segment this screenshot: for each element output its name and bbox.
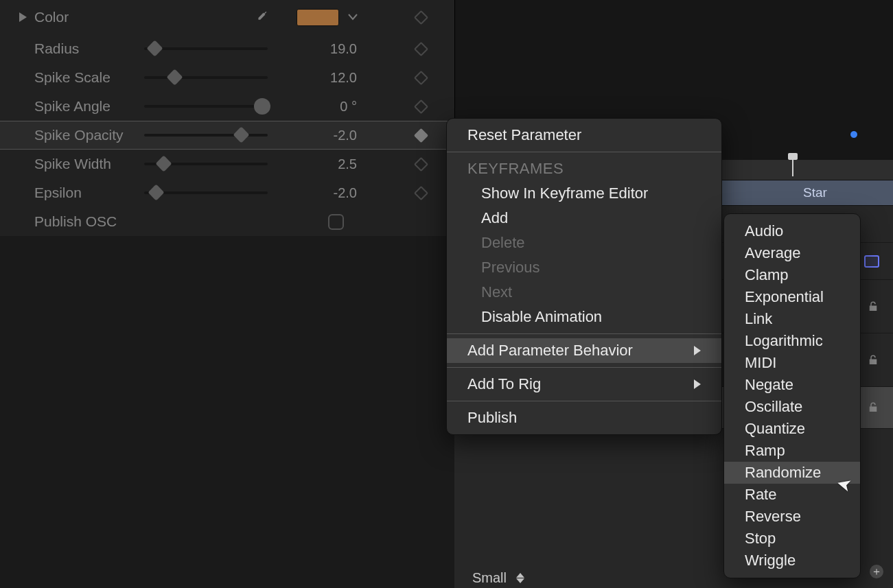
param-label: Radius (34, 40, 79, 57)
keyframe-diamond[interactable] (414, 185, 428, 200)
lock-icon[interactable] (867, 401, 879, 414)
lock-icon[interactable] (867, 354, 879, 366)
slider-thumb-icon[interactable] (148, 184, 164, 200)
submenu-arrow-icon (694, 379, 701, 389)
keyframe-node-icon[interactable] (850, 130, 858, 139)
param-label: Spike Angle (34, 98, 111, 115)
menu-item-show-in-keyframe-editor[interactable]: Show In Keyframe Editor (447, 181, 721, 206)
submenu-item[interactable]: Oscillate (724, 396, 860, 418)
submenu-item[interactable]: Quantize (724, 418, 860, 440)
keyframe-diamond[interactable] (414, 128, 428, 142)
param-row: Epsilon-2.0 (0, 178, 455, 207)
row-size-popup[interactable]: Small (472, 570, 524, 586)
menu-separator (447, 152, 721, 152)
menu-item-add-to-rig[interactable]: Add To Rig (447, 372, 721, 397)
param-row: Spike Angle0 ° (0, 92, 455, 121)
param-row: Spike Opacity-2.0 (0, 121, 455, 150)
menu-item-disable-animation[interactable]: Disable Animation (447, 305, 721, 329)
submenu-item[interactable]: MIDI (724, 352, 860, 374)
submenu-item[interactable]: Logarithmic (724, 330, 860, 352)
keyframe-diamond[interactable] (414, 41, 428, 56)
submenu-item[interactable]: Average (724, 242, 860, 264)
behavior-submenu: AudioAverageClampExponentialLinkLogarith… (723, 213, 861, 578)
eyedropper-icon[interactable] (254, 10, 269, 25)
menu-item-add-keyframe[interactable]: Add (447, 206, 721, 231)
param-row-publish-osc: Publish OSC (0, 207, 455, 236)
disclosure-triangle-icon[interactable] (19, 12, 27, 22)
publish-osc-checkbox[interactable] (328, 214, 344, 230)
slider[interactable] (144, 134, 268, 137)
angle-dial[interactable] (144, 105, 268, 108)
keyframe-diamond[interactable] (414, 99, 428, 113)
playhead-icon[interactable] (792, 158, 793, 176)
param-row: Radius19.0 (0, 34, 455, 63)
lock-icon[interactable] (867, 301, 879, 313)
param-label: Color (34, 9, 69, 25)
track-clip-label: Star (803, 185, 827, 200)
param-rows-container: Radius19.0Spike Scale12.0Spike Angle0 °S… (0, 34, 455, 207)
menu-item-publish[interactable]: Publish (447, 405, 721, 430)
menu-item-reset-parameter[interactable]: Reset Parameter (447, 123, 721, 148)
param-label: Spike Width (34, 156, 111, 172)
chevron-down-icon[interactable] (347, 12, 358, 23)
submenu-item[interactable]: Link (724, 308, 860, 330)
submenu-item[interactable]: Negate (724, 374, 860, 396)
param-value[interactable]: -2.0 (288, 185, 357, 201)
submenu-item[interactable]: Reverse (724, 506, 860, 528)
menu-item-add-parameter-behavior[interactable]: Add Parameter Behavior (447, 338, 721, 363)
param-value[interactable]: 0 ° (288, 99, 357, 115)
color-swatch[interactable] (297, 9, 339, 26)
submenu-item[interactable]: Audio (724, 220, 860, 242)
inspector-panel: Color Radius19.0Spike Scale12.0Spike Ang… (0, 0, 455, 236)
menu-separator (447, 367, 721, 368)
keyframe-diamond[interactable] (414, 10, 428, 24)
row-highlight-icon (864, 255, 879, 268)
param-value[interactable]: 12.0 (288, 70, 357, 86)
slider[interactable] (144, 47, 268, 50)
parameter-context-menu: Reset Parameter KEYFRAMES Show In Keyfra… (446, 118, 722, 435)
param-label: Publish OSC (34, 213, 117, 230)
param-row: Spike Width2.5 (0, 150, 455, 178)
slider-thumb-icon[interactable] (147, 40, 163, 56)
submenu-item[interactable]: Ramp (724, 440, 860, 462)
slider[interactable] (144, 191, 268, 194)
dial-knob-icon[interactable] (254, 98, 270, 115)
menu-item-next-keyframe: Next (447, 280, 721, 305)
add-button[interactable]: ＋ (870, 565, 883, 578)
stepper-icon[interactable] (516, 573, 524, 583)
keyframe-diamond[interactable] (414, 70, 428, 84)
menu-header-keyframes: KEYFRAMES (447, 156, 721, 181)
submenu-item[interactable]: Stop (724, 528, 860, 550)
param-label: Spike Scale (34, 69, 111, 86)
submenu-item[interactable]: Clamp (724, 264, 860, 286)
slider-thumb-icon[interactable] (233, 126, 250, 143)
param-label: Epsilon (34, 185, 82, 201)
slider-thumb-icon[interactable] (155, 155, 172, 172)
slider[interactable] (144, 76, 268, 79)
keyframe-diamond[interactable] (414, 156, 428, 171)
param-label: Spike Opacity (34, 127, 124, 143)
menu-item-delete-keyframe: Delete (447, 231, 721, 255)
param-value[interactable]: 2.5 (288, 156, 357, 172)
slider-thumb-icon[interactable] (166, 69, 183, 85)
slider[interactable] (144, 163, 268, 165)
menu-item-previous-keyframe: Previous (447, 255, 721, 280)
submenu-arrow-icon (694, 346, 701, 355)
submenu-item[interactable]: Exponential (724, 286, 860, 308)
menu-separator (447, 333, 721, 334)
menu-separator (447, 401, 721, 401)
param-value[interactable]: 19.0 (288, 41, 357, 57)
param-row: Spike Scale12.0 (0, 63, 455, 92)
param-value[interactable]: -2.0 (288, 128, 357, 143)
row-size-label: Small (472, 570, 507, 586)
submenu-item[interactable]: Wriggle (724, 550, 860, 572)
param-row-color: Color (0, 0, 455, 34)
